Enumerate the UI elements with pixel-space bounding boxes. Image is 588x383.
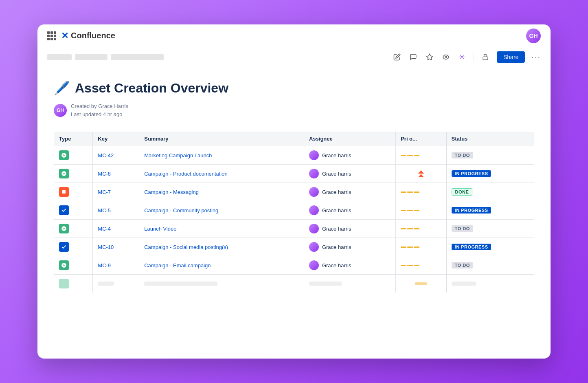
created-by: Created by Grace Harris: [71, 102, 128, 110]
lock-icon[interactable]: [480, 52, 490, 62]
breadcrumb-3[interactable]: [111, 54, 164, 60]
cell-summary: Campaign - Product documentation: [139, 165, 304, 183]
assignee-cell: Grace harris: [309, 187, 391, 197]
page-emoji: 🖊️: [54, 80, 70, 96]
cell-status: TO DO: [446, 146, 534, 165]
watch-icon[interactable]: [441, 52, 451, 62]
cell-priority: [396, 146, 446, 165]
type-icon-story: [59, 150, 69, 160]
page-meta: GH Created by Grace Harris Last updated …: [54, 102, 534, 118]
user-avatar[interactable]: GH: [526, 29, 541, 43]
priority-icon: [401, 265, 441, 266]
key-link[interactable]: MC-9: [98, 262, 111, 269]
breadcrumb-2[interactable]: [75, 54, 108, 60]
key-link[interactable]: MC-5: [98, 207, 111, 214]
priority-icon: [401, 210, 441, 211]
priority-icon: [401, 247, 441, 248]
assignee-cell: Grace harris: [309, 205, 391, 215]
status-badge: TO DO: [452, 262, 473, 269]
meta-text: Created by Grace Harris Last updated 4 h…: [71, 102, 128, 118]
summary-link[interactable]: Campaign - Product documentation: [144, 171, 228, 177]
assignee-name: Grace harris: [322, 207, 351, 214]
priority-icon: [401, 228, 441, 229]
status-badge: DONE: [452, 188, 473, 196]
cell-type: [54, 220, 93, 238]
cell-assignee: Grace harris: [304, 220, 395, 238]
summary-link[interactable]: Campaign - Messaging: [144, 189, 199, 195]
status-badge: IN PROGRESS: [452, 207, 491, 214]
priority-icon: [401, 155, 441, 156]
key-link[interactable]: MC-42: [98, 152, 114, 158]
table-row: MC-8 Campaign - Product documentation Gr…: [54, 165, 534, 183]
svg-marker-3: [418, 170, 424, 174]
col-summary: Summary: [139, 132, 304, 146]
summary-link[interactable]: Campaign - Email campaign: [144, 262, 211, 269]
summary-link[interactable]: Campaign - Social media posting(s): [144, 244, 228, 250]
cell-assignee: Grace harris: [304, 256, 395, 275]
cell-priority: [396, 201, 446, 220]
svg-rect-5: [62, 190, 66, 194]
key-link[interactable]: MC-4: [98, 226, 111, 232]
assignee-cell: Grace harris: [309, 242, 391, 252]
cell-summary: Launch Video: [139, 220, 304, 238]
page-title-row: 🖊️ Asset Creation Overview: [54, 80, 534, 96]
svg-point-1: [445, 56, 447, 58]
status-badge: TO DO: [452, 225, 473, 232]
summary-link[interactable]: Campaign - Community posting: [144, 207, 218, 214]
toolbar-divider: [474, 53, 474, 61]
col-type: Type: [54, 132, 93, 146]
summary-link[interactable]: Marketing Campaign Launch: [144, 152, 212, 158]
type-icon-task: [59, 242, 69, 252]
type-icon-task: [59, 205, 69, 215]
cell-type: [54, 183, 93, 201]
status-badge: TO DO: [452, 152, 473, 158]
table-row-partial: [54, 275, 534, 293]
cell-type: [54, 256, 93, 275]
summary-link[interactable]: Launch Video: [144, 226, 176, 232]
cell-status: IN PROGRESS: [446, 165, 534, 183]
cell-priority: [396, 256, 446, 275]
assignee-name: Grace harris: [322, 189, 351, 195]
assignee-cell: Grace harris: [309, 224, 391, 233]
assignee-name: Grace harris: [322, 226, 351, 232]
star-icon[interactable]: [425, 52, 434, 62]
table-row: MC-7 Campaign - Messaging Grace harris D…: [54, 183, 534, 201]
cell-status: TO DO: [446, 220, 534, 238]
assignee-avatar: [309, 242, 319, 252]
cell-assignee: Grace harris: [304, 165, 395, 183]
more-options-button[interactable]: ···: [531, 53, 541, 62]
table-row: MC-4 Launch Video Grace harris TO DO: [54, 220, 534, 238]
svg-marker-0: [426, 54, 432, 60]
key-link[interactable]: MC-7: [98, 189, 111, 195]
col-assignee: Assignee: [304, 132, 395, 146]
status-badge: IN PROGRESS: [452, 170, 491, 177]
cell-priority: [396, 238, 446, 256]
apps-icon[interactable]: [47, 31, 56, 40]
type-icon-partial: [59, 279, 69, 288]
share-button[interactable]: Share: [497, 51, 525, 63]
assignee-avatar: [309, 205, 319, 215]
page-title: Asset Creation Overview: [75, 81, 228, 96]
assignee-avatar: [309, 187, 319, 197]
priority-icon: [401, 192, 441, 193]
edit-icon[interactable]: [392, 52, 402, 62]
svg-rect-2: [483, 57, 488, 59]
table-row: MC-5 Campaign - Community posting Grace …: [54, 201, 534, 220]
assignee-name: Grace harris: [322, 244, 351, 250]
cell-key: MC-10: [93, 238, 139, 256]
cell-assignee: Grace harris: [304, 146, 395, 165]
assignee-cell: Grace harris: [309, 169, 391, 178]
sparkle-icon[interactable]: ✳: [457, 52, 467, 62]
comment-icon[interactable]: [408, 52, 418, 62]
toolbar-actions: ✳ Share ···: [392, 51, 541, 63]
cell-key: MC-9: [93, 256, 139, 275]
confluence-logo[interactable]: ✕ Confluence: [61, 31, 115, 41]
cell-assignee: Grace harris: [304, 238, 395, 256]
cell-summary: Campaign - Community posting: [139, 201, 304, 220]
key-link[interactable]: MC-10: [98, 244, 114, 250]
key-link[interactable]: MC-8: [98, 171, 111, 177]
col-status: Status: [446, 132, 534, 146]
cell-status: TO DO: [446, 256, 534, 275]
cell-key: MC-8: [93, 165, 139, 183]
breadcrumb-1[interactable]: [47, 54, 72, 60]
